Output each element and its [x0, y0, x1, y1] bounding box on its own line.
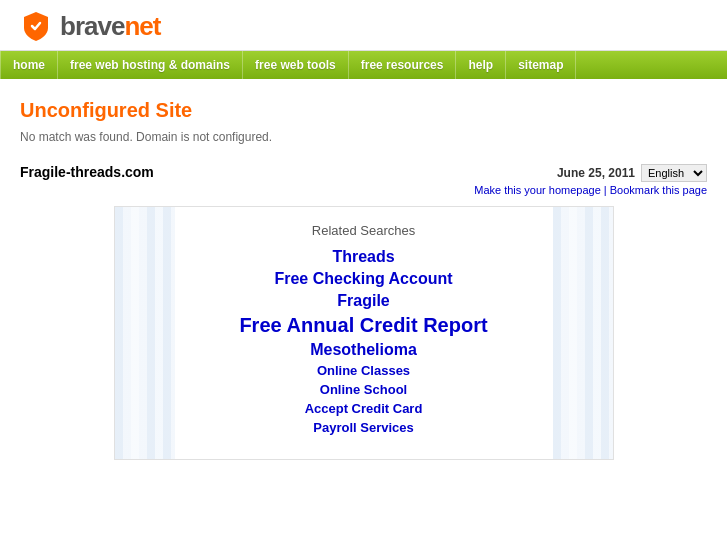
language-select[interactable]: English French Spanish — [641, 164, 707, 182]
bookmark-link[interactable]: Bookmark this page — [610, 184, 707, 196]
bravenet-logo-icon — [20, 10, 52, 42]
make-homepage-link[interactable]: Make this your homepage — [474, 184, 601, 196]
nav-home[interactable]: home — [0, 51, 58, 79]
page-title: Unconfigured Site — [20, 99, 707, 122]
logo-area: bravenet — [20, 10, 707, 42]
domain-name: Fragile-threads.com — [20, 164, 154, 180]
navbar: home free web hosting & domains free web… — [0, 51, 727, 79]
domain-row: Fragile-threads.com June 25, 2011 Englis… — [20, 164, 707, 196]
search-link-accept-credit[interactable]: Accept Credit Card — [135, 401, 593, 416]
bookmark-line: Make this your homepage | Bookmark this … — [474, 184, 707, 196]
related-searches-box: Related Searches Threads Free Checking A… — [114, 206, 614, 460]
main-content: Unconfigured Site No match was found. Do… — [0, 79, 727, 470]
search-link-online-school[interactable]: Online School — [135, 382, 593, 397]
search-link-online-classes[interactable]: Online Classes — [135, 363, 593, 378]
date-text: June 25, 2011 — [557, 166, 635, 180]
not-configured-message: No match was found. Domain is not config… — [20, 130, 707, 144]
date-area: June 25, 2011 English French Spanish Mak… — [474, 164, 707, 196]
nav-sitemap[interactable]: sitemap — [506, 51, 576, 79]
search-link-free-checking[interactable]: Free Checking Account — [135, 270, 593, 288]
search-link-annual-credit[interactable]: Free Annual Credit Report — [135, 314, 593, 337]
search-link-mesothelioma[interactable]: Mesothelioma — [135, 341, 593, 359]
logo-text: bravenet — [60, 11, 160, 42]
nav-hosting[interactable]: free web hosting & domains — [58, 51, 243, 79]
header: bravenet — [0, 0, 727, 51]
nav-resources[interactable]: free resources — [349, 51, 457, 79]
related-searches-title: Related Searches — [135, 223, 593, 238]
nav-help[interactable]: help — [456, 51, 506, 79]
search-link-threads[interactable]: Threads — [135, 248, 593, 266]
nav-tools[interactable]: free web tools — [243, 51, 349, 79]
search-link-payroll[interactable]: Payroll Services — [135, 420, 593, 435]
search-link-fragile[interactable]: Fragile — [135, 292, 593, 310]
